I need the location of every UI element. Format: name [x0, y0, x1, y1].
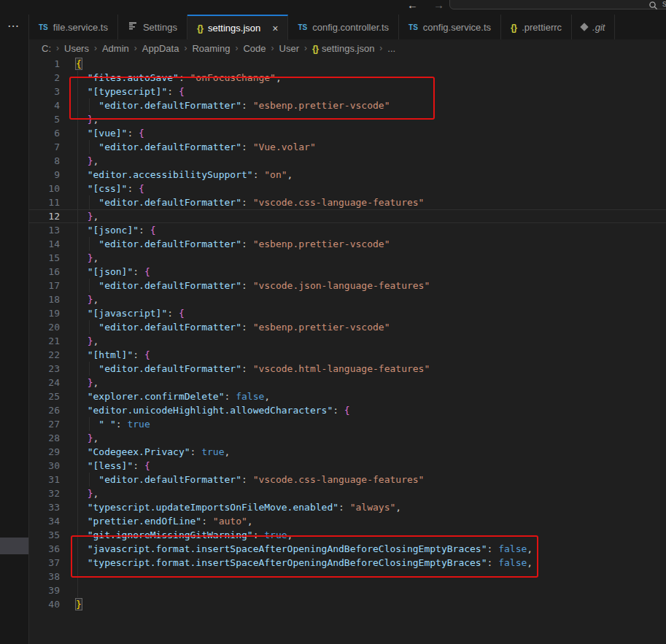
- code-token: "editor.defaultFormatter": [98, 474, 241, 485]
- code-line-35[interactable]: "git.ignoreMissingGitWarning": true,: [71, 528, 666, 542]
- code-token: "[jsonc]": [88, 225, 139, 236]
- code-editor[interactable]: 1234567891011121314151617181920212223242…: [29, 57, 666, 644]
- indent-guide: [89, 320, 90, 334]
- command-center-search[interactable]: s: [449, 0, 666, 9]
- code-token: [76, 100, 98, 111]
- indent-guide: [77, 237, 78, 251]
- code-line-4[interactable]: "editor.defaultFormatter": "esbenp.prett…: [71, 98, 666, 112]
- code-token: "vscode.css-language-features": [253, 197, 425, 208]
- code-line-33[interactable]: "typescript.updateImportsOnFileMove.enab…: [71, 500, 666, 514]
- code-token: "Vue.volar": [253, 141, 316, 152]
- code-line-15[interactable]: },: [71, 251, 666, 265]
- code-line-9[interactable]: "editor.accessibilitySupport": "on",: [71, 168, 666, 182]
- tab-settings-json[interactable]: {}settings.json×: [187, 15, 289, 40]
- chevron-right-icon: ›: [184, 43, 187, 53]
- code-line-6[interactable]: "[vue]": {: [71, 126, 666, 140]
- line-number: 21: [29, 334, 60, 348]
- code-line-39[interactable]: [71, 583, 666, 597]
- code-token: "editor.accessibilitySupport": [88, 169, 253, 180]
- code-line-17[interactable]: "editor.defaultFormatter": "vscode.json-…: [71, 279, 666, 292]
- tab-git[interactable]: .git: [572, 15, 615, 39]
- code-line-26[interactable]: "editor.unicodeHighlight.allowedCharacte…: [71, 403, 666, 417]
- code-line-7[interactable]: "editor.defaultFormatter": "Vue.volar": [71, 140, 666, 154]
- line-number: 29: [29, 445, 60, 459]
- code-line-21[interactable]: },: [71, 334, 666, 348]
- code-line-19[interactable]: "[javascript]": {: [71, 306, 666, 320]
- code-line-1[interactable]: {: [71, 57, 666, 71]
- code-token: :: [253, 529, 265, 540]
- code-token: {: [144, 266, 150, 277]
- code-line-28[interactable]: },: [71, 431, 666, 445]
- code-token: true: [127, 419, 150, 430]
- tab-prettierrc[interactable]: {}.prettierrc: [501, 15, 572, 39]
- breadcrumb-item[interactable]: Users: [64, 43, 89, 54]
- code-line-23[interactable]: "editor.defaultFormatter": "vscode.html-…: [71, 362, 666, 376]
- line-number: 9: [29, 168, 60, 182]
- code-line-24[interactable]: },: [71, 376, 666, 389]
- code-line-2[interactable]: "files.autoSave": "onFocusChange",: [71, 71, 666, 85]
- code-line-11[interactable]: "editor.defaultFormatter": "vscode.css-l…: [71, 195, 666, 209]
- indent-guide: [77, 459, 78, 473]
- breadcrumb-item[interactable]: C:: [42, 43, 51, 54]
- code-line-34[interactable]: "prettier.endOfLine": "auto",: [71, 514, 666, 528]
- tab-config-service-ts[interactable]: TSconfig.service.ts: [399, 15, 501, 39]
- close-icon[interactable]: ×: [272, 23, 278, 34]
- code-line-25[interactable]: "explorer.confirmDelete": false,: [71, 389, 666, 403]
- nav-back-icon[interactable]: ←: [407, 0, 418, 11]
- code-line-8[interactable]: },: [71, 154, 666, 168]
- code-line-20[interactable]: "editor.defaultFormatter": "esbenp.prett…: [71, 320, 666, 334]
- code-token: "esbenp.prettier-vscode": [253, 238, 390, 249]
- code-token: :: [167, 308, 179, 319]
- code-line-22[interactable]: "[html]": {: [71, 348, 666, 362]
- line-number: 24: [29, 376, 60, 389]
- code-token: false: [498, 543, 527, 554]
- breadcrumb-item[interactable]: Roaming: [192, 43, 230, 54]
- code-line-10[interactable]: "[css]": {: [71, 182, 666, 195]
- line-number: 35: [29, 528, 60, 542]
- breadcrumb-item[interactable]: {}settings.json: [312, 43, 374, 54]
- code-line-30[interactable]: "[less]": {: [71, 459, 666, 473]
- code-token: ,: [93, 488, 98, 499]
- overflow-menu-icon[interactable]: ⋯: [7, 19, 20, 33]
- code-line-38[interactable]: [71, 570, 666, 583]
- nav-forward-icon[interactable]: →: [433, 0, 444, 11]
- code-line-40[interactable]: }: [71, 597, 666, 611]
- code-token: ,: [93, 377, 98, 388]
- code-token: ,: [276, 72, 282, 83]
- code-line-18[interactable]: },: [71, 292, 666, 306]
- code-line-5[interactable]: },: [71, 112, 666, 126]
- code-token: :: [133, 460, 144, 471]
- breadcrumb-label: User: [279, 43, 299, 54]
- breadcrumb-item[interactable]: Code: [243, 43, 266, 54]
- indent-guide: [77, 376, 78, 389]
- code-line-12[interactable]: },: [71, 209, 666, 223]
- line-number: 40: [29, 597, 60, 611]
- code-token: :: [201, 516, 213, 527]
- breadcrumb-item[interactable]: User: [279, 43, 299, 54]
- breadcrumb-item[interactable]: AppData: [142, 43, 179, 54]
- code-token: [76, 280, 98, 291]
- code-line-37[interactable]: "typescript.format.insertSpaceAfterOpeni…: [71, 556, 666, 570]
- code-line-3[interactable]: "[typescript]": {: [71, 85, 666, 98]
- code-line-36[interactable]: "javascript.format.insertSpaceAfterOpeni…: [71, 542, 666, 556]
- code-line-16[interactable]: "[json]": {: [71, 265, 666, 279]
- indent-guide: [89, 279, 90, 292]
- code-line-31[interactable]: "editor.defaultFormatter": "vscode.css-l…: [71, 473, 666, 486]
- indent-guide: [77, 279, 78, 292]
- code-token: "Codegeex.Privacy": [88, 446, 190, 457]
- breadcrumb-item[interactable]: Admin: [102, 43, 129, 54]
- code-line-27[interactable]: " ": true: [71, 417, 666, 431]
- code-line-13[interactable]: "[jsonc]": {: [71, 223, 666, 237]
- code-line-32[interactable]: },: [71, 486, 666, 500]
- indent-guide: [77, 473, 78, 486]
- code-token: {: [139, 183, 144, 194]
- breadcrumb-item[interactable]: ...: [387, 43, 395, 54]
- tab-file-service-ts[interactable]: TSfile.service.ts: [29, 15, 118, 39]
- tab-settings[interactable]: Settings: [118, 15, 187, 39]
- gutter: 1234567891011121314151617181920212223242…: [29, 57, 60, 611]
- code-token: [76, 141, 98, 152]
- code-line-14[interactable]: "editor.defaultFormatter": "esbenp.prett…: [71, 237, 666, 251]
- code-token: :: [241, 363, 253, 374]
- tab-config-controller-ts[interactable]: TSconfig.controller.ts: [288, 15, 399, 39]
- code-line-29[interactable]: "Codegeex.Privacy": true,: [71, 445, 666, 459]
